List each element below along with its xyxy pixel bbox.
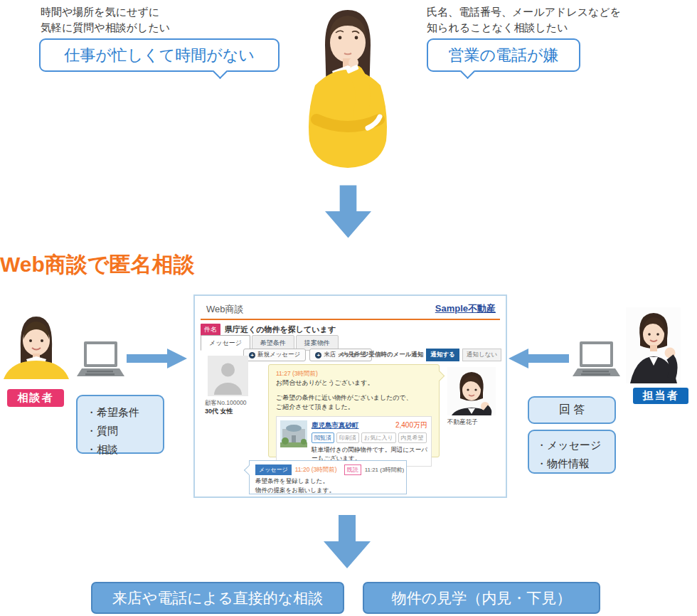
right-speech-bubble: 営業の電話が嫌 (427, 38, 580, 72)
customer-message-line1: 希望条件を登録しました。 (255, 477, 400, 486)
consultant-woman-photo (2, 312, 70, 379)
right-speech-bubble-tail (460, 64, 475, 79)
right-need-note: 氏名、電話番号、メールアドレスなどを 知られることなく相談したい (427, 4, 621, 36)
chip-viewing-request[interactable]: 内見希望 (398, 432, 427, 443)
right-need-note-line1: 氏名、電話番号、メールアドレスなどを (427, 4, 621, 20)
toolbar-right: メッセージ受信時のメール通知 通知する 通知しない (338, 349, 501, 361)
customer-message-tail (244, 465, 254, 475)
new-message-button-label: 新規メッセージ (257, 351, 300, 359)
right-speech-bubble-text: 営業の電話が嫌 (448, 45, 558, 66)
agent-message-bubble: 11:27 (3時間前) お問合せありがとうございます。 ご希望の条件に近い物件… (268, 364, 440, 457)
property-card: 鹿児島市真砂町 2,400万円 閲覧済 印刷済 お気に入り 内見希望 駐車場付き… (276, 416, 432, 467)
web-meeting-app-window: Web商談 Sample不動産 件名 県庁近くの物件を探しています メッセージ … (193, 294, 507, 498)
read-status-badge: 既読 (344, 464, 361, 475)
result-direct-consultation: 来店や電話による直接的な相談 (91, 582, 344, 614)
plus-circle-icon: + (315, 352, 321, 359)
consultant-action-item: ・希望条件 (86, 403, 154, 422)
result-property-viewing-label: 物件の見学（内見・下見） (392, 588, 572, 608)
agent-role-badge-label: 担当者 (643, 389, 679, 403)
agent-outputs-box: ・メッセージ ・物件情報 (528, 430, 616, 474)
new-message-button[interactable]: + 新規メッセージ (243, 349, 306, 361)
person-silhouette-icon (208, 356, 248, 396)
subject-badge: 件名 (201, 324, 220, 336)
section-heading: Web商談で匿名相談 (0, 250, 195, 280)
chip-printed[interactable]: 印刷済 (336, 432, 359, 443)
customer-profile: 30代 女性 (205, 407, 233, 416)
flow-arrow-down-top-icon (325, 185, 371, 238)
agent-message-body2: ご紹介させて頂きました。 (276, 403, 432, 413)
header-divider (201, 319, 500, 320)
left-speech-bubble-text: 仕事が忙しくて時間がない (64, 45, 255, 66)
app-title: Web商談 (206, 303, 244, 316)
agent-woman-photo (626, 307, 681, 383)
customer-message-header: メッセージ 11:20 (3時間前) 既読 11:21 (3時間前) (255, 464, 400, 475)
agent-role-badge: 担当者 (633, 388, 688, 404)
agent-photo (447, 367, 496, 418)
flow-arrow-right-icon (127, 349, 187, 368)
property-price: 2,400万円 (395, 420, 427, 430)
mail-notice-label: メッセージ受信時のメール通知 (338, 351, 423, 359)
agent-message-tail (434, 371, 445, 382)
customer-avatar (208, 356, 248, 399)
chip-viewed[interactable]: 閲覧済 (312, 432, 334, 443)
subject-row: 件名 県庁近くの物件を探しています (201, 324, 336, 336)
customer-message-line2: 物件の提案をお願いします。 (255, 486, 400, 495)
chip-favorite[interactable]: お気に入り (361, 432, 396, 443)
page-root: 時間や場所を気にせずに 気軽に質問や相談がしたい 仕事が忙しくて時間がない 氏名… (0, 0, 697, 616)
property-name-link[interactable]: 鹿児島市真砂町 (312, 421, 359, 430)
left-need-note-line2: 気軽に質問や相談がしたい (41, 20, 170, 36)
brand-link[interactable]: Sample不動産 (435, 302, 496, 315)
notify-on-button[interactable]: 通知する (426, 349, 459, 361)
consultant-laptop-icon (77, 341, 124, 382)
agent-laptop-icon (573, 341, 620, 382)
consultant-role-badge: 相談者 (7, 389, 64, 407)
left-speech-bubble: 仕事が忙しくて時間がない (39, 38, 280, 72)
agent-message-body1: ご希望の条件に近い物件がございましたので、 (276, 393, 432, 403)
agent-output-item: ・メッセージ (536, 436, 607, 455)
thinking-woman-photo (295, 6, 398, 169)
consultant-action-item: ・相談 (86, 440, 154, 459)
flow-arrow-down-bottom-icon (324, 515, 371, 568)
plus-circle-icon: + (249, 352, 255, 359)
property-details: 鹿児島市真砂町 2,400万円 閲覧済 印刷済 お気に入り 内見希望 駐車場付き… (312, 420, 427, 463)
consultant-action-item: ・質問 (86, 422, 154, 440)
consultant-role-badge-label: 相談者 (18, 391, 54, 405)
result-direct-consultation-label: 来店や電話による直接的な相談 (112, 588, 323, 608)
left-need-note: 時間や場所を気にせずに 気軽に質問や相談がしたい (41, 4, 170, 36)
agent-name: 不動産花子 (447, 418, 478, 427)
right-need-note-line2: 知られることなく相談したい (427, 20, 621, 36)
read-time: 11:21 (3時間前) (365, 466, 404, 474)
notify-off-button[interactable]: 通知しない (462, 349, 501, 361)
customer-message-bubble: メッセージ 11:20 (3時間前) 既読 11:21 (3時間前) 希望条件を… (249, 460, 407, 494)
customer-message-time: 11:20 (3時間前) (295, 466, 337, 474)
answer-box-label: 回 答 (559, 403, 585, 418)
subject-text: 県庁近くの物件を探しています (225, 324, 336, 335)
agent-output-item: ・物件情報 (536, 455, 607, 473)
left-need-note-line1: 時間や場所を気にせずに (41, 4, 170, 20)
message-type-badge: メッセージ (255, 464, 292, 475)
property-status-chips: 閲覧済 印刷済 お気に入り 内見希望 (312, 432, 427, 443)
flow-arrow-left-icon (509, 349, 569, 368)
consultant-actions-box: ・希望条件 ・質問 ・相談 (76, 395, 164, 454)
agent-message-time: 11:27 (3時間前) (276, 370, 432, 378)
agent-message-greeting: お問合せありがとうございます。 (276, 378, 432, 388)
left-speech-bubble-tail (213, 64, 228, 79)
answer-box: 回 答 (528, 396, 616, 424)
result-property-viewing: 物件の見学（内見・下見） (363, 582, 600, 614)
property-thumbnail (280, 420, 307, 447)
